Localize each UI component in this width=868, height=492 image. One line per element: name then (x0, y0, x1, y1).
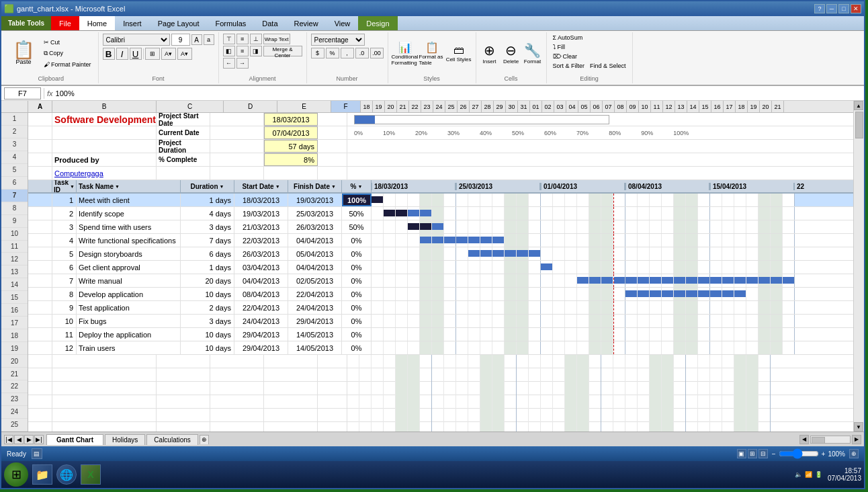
task-gantt-r13-c25[interactable] (674, 274, 686, 287)
task-gantt-r13-c28[interactable] (710, 274, 722, 287)
task-finish-13[interactable]: 02/05/2013 (288, 274, 342, 287)
task-id-14[interactable]: 8 (52, 288, 77, 300)
task-id-11[interactable]: 5 (52, 247, 77, 260)
task-gantt-r7-c20[interactable] (613, 194, 625, 206)
task-gantt-r8-c22[interactable] (638, 207, 650, 220)
page-layout-btn[interactable]: ⊞ (748, 449, 757, 458)
row-number-10[interactable]: 10 (1, 228, 28, 241)
task-gantt-r13-c7[interactable] (456, 274, 468, 287)
italic-btn[interactable]: I (116, 48, 128, 60)
task-gantt-r16-c30[interactable] (734, 315, 746, 327)
task-start-9[interactable]: 21/03/2013 (234, 220, 288, 233)
task-gantt-r9-c0[interactable] (372, 220, 384, 233)
task-gantt-r7-c15[interactable] (553, 194, 565, 206)
task-gantt-r7-c14[interactable] (541, 194, 553, 206)
task-gantt-r18-c6[interactable] (444, 341, 456, 354)
task-gantt-r16-c1[interactable] (384, 315, 396, 327)
task-gantt-r14-c22[interactable] (638, 288, 650, 300)
task-gantt-r17-c25[interactable] (674, 328, 686, 341)
task-gantt-r7-c13[interactable] (529, 194, 541, 206)
task-gantt-r9-c27[interactable] (698, 220, 710, 233)
task-gantt-r8-c23[interactable] (650, 207, 662, 220)
page-break-btn[interactable]: ⊟ (758, 449, 768, 458)
zoom-to-fit-btn[interactable]: ⊕ (849, 449, 859, 458)
task-gantt-r15-c1[interactable] (384, 301, 396, 314)
task-gantt-r17-c15[interactable] (553, 328, 565, 341)
task-gantt-r7-c30[interactable] (734, 194, 746, 206)
task-start-16[interactable]: 24/04/2013 (234, 315, 288, 327)
col-header-f[interactable]: F (331, 101, 361, 112)
task-start-15[interactable]: 22/04/2013 (234, 301, 288, 314)
r24ca[interactable] (28, 422, 52, 432)
task-gantt-r11-c26[interactable] (686, 247, 698, 260)
task-gantt-r13-c5[interactable] (432, 274, 444, 287)
task-gantt-r9-c6[interactable] (444, 220, 456, 233)
task-gantt-r11-c6[interactable] (444, 247, 456, 260)
task-gantt-r12-c5[interactable] (432, 261, 444, 274)
task-gantt-r10-c4[interactable] (420, 234, 432, 247)
task-gantt-r10-c26[interactable] (686, 234, 698, 247)
task-gantt-r10-c22[interactable] (638, 234, 650, 247)
task-gantt-r15-c7[interactable] (456, 301, 468, 314)
row-number-20[interactable]: 20 (1, 355, 28, 368)
r23cb[interactable] (52, 409, 157, 421)
task-finish-14[interactable]: 22/04/2013 (288, 288, 342, 300)
task-gantt-r13-c4[interactable] (420, 274, 432, 287)
task-start-8[interactable]: 19/03/2013 (234, 207, 288, 220)
task-gantt-r17-c27[interactable] (698, 328, 710, 341)
task-name-11[interactable]: Design storyboards (77, 247, 181, 260)
r2ca[interactable] (28, 126, 52, 139)
task-gantt-r15-c32[interactable] (758, 301, 771, 314)
task-gantt-r10-c7[interactable] (456, 234, 468, 247)
r20ca[interactable] (28, 368, 52, 381)
tab-next-btn[interactable]: ▶ (24, 435, 34, 444)
task-gantt-r10-c2[interactable] (396, 234, 408, 247)
tab-file[interactable]: File (51, 16, 79, 30)
task-gantt-r14-c3[interactable] (408, 288, 420, 300)
task-gantt-r11-c13[interactable] (529, 247, 541, 260)
task-gantt-r8-c12[interactable] (517, 207, 529, 220)
task-gantt-r7-c6[interactable] (444, 194, 456, 206)
r22cc[interactable] (157, 395, 210, 408)
task-gantt-r15-c4[interactable] (420, 301, 432, 314)
r20cd[interactable] (210, 368, 264, 381)
task-gantt-r16-c26[interactable] (686, 315, 698, 327)
task-gantt-r14-c31[interactable] (746, 288, 758, 300)
task-gantt-r17-c11[interactable] (505, 328, 517, 341)
task-name-13[interactable]: Write manual (77, 274, 181, 287)
task-gantt-r17-c12[interactable] (517, 328, 529, 341)
align-bottom-btn[interactable]: ⊥ (250, 34, 262, 44)
task-name-14[interactable]: Develop application (77, 288, 181, 300)
task-gantt-r14-c17[interactable] (577, 288, 589, 300)
autosum-btn[interactable]: Σ AutoSum (551, 34, 628, 42)
row-number-3[interactable]: 3 (1, 138, 28, 151)
task-gantt-r14-c29[interactable] (722, 288, 734, 300)
task-gantt-r15-c13[interactable] (529, 301, 541, 314)
task-gantt-r17-c5[interactable] (432, 328, 444, 341)
format-as-table-btn[interactable]: 📋 Format as Table (419, 41, 445, 66)
task-pct-7[interactable]: 100% (342, 194, 372, 206)
font-size-up-btn[interactable]: A (191, 34, 202, 45)
task-start-12[interactable]: 03/04/2013 (234, 261, 288, 274)
task-gantt-r16-c13[interactable] (529, 315, 541, 327)
r20ce[interactable] (264, 368, 318, 381)
pct-complete-value[interactable]: 8% (264, 153, 318, 166)
task-gantt-r11-c28[interactable] (710, 247, 722, 260)
col-header-e[interactable]: E (277, 101, 331, 112)
task-gantt-r12-c10[interactable] (492, 261, 505, 274)
col-header-c[interactable]: C (157, 101, 224, 112)
cell-reference-input[interactable] (4, 87, 41, 99)
task-gantt-r14-c32[interactable] (758, 288, 771, 300)
task-gantt-r7-c11[interactable] (505, 194, 517, 206)
task-gantt-r9-c8[interactable] (468, 220, 480, 233)
task-gantt-r15-c14[interactable] (541, 301, 553, 314)
r1cd[interactable] (210, 113, 264, 126)
task-gantt-r16-c34[interactable] (783, 315, 795, 327)
scroll-track[interactable] (854, 110, 864, 422)
task-gantt-r15-c10[interactable] (492, 301, 505, 314)
task-gantt-r10-c0[interactable] (372, 234, 384, 247)
task-finish-12[interactable]: 04/04/2013 (288, 261, 342, 274)
task-duration-11[interactable]: 6 days (181, 247, 234, 260)
r20cc[interactable] (157, 368, 210, 381)
task-gantt-r7-c16[interactable] (565, 194, 577, 206)
